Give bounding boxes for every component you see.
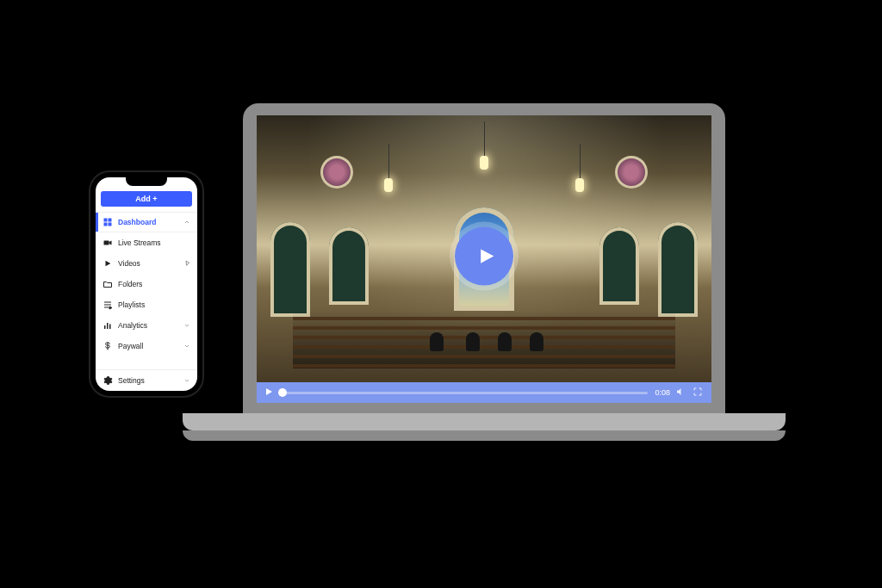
laptop-screen: 0:08 [257,115,711,403]
play-button[interactable] [455,227,513,286]
svg-marker-5 [109,241,112,245]
rose-window-decor [615,156,648,189]
laptop-lid: 0:08 [243,103,725,413]
laptop-base [183,413,786,430]
sidebar-item-dashboard[interactable]: Dashboard [96,212,197,232]
sidebar-item-label: Videos [118,259,140,268]
sidebar-item-settings[interactable]: Settings [96,370,197,391]
arch-window-decor [658,222,698,317]
person-silhouette [466,332,480,351]
phone-device-frame: Add + Dashboard Live Streams [90,172,202,396]
phone-screen: Add + Dashboard Live Streams [96,177,197,391]
gear-icon [102,375,113,386]
sidebar-item-label: Paywall [118,342,143,350]
sidebar-item-playlists[interactable]: Playlists [96,294,197,315]
analytics-icon [102,320,113,331]
sidebar-item-label: Dashboard [118,218,156,226]
player-play-button[interactable] [264,387,274,399]
dollar-icon [102,341,113,351]
playlist-icon [102,300,113,310]
person-silhouette [430,332,444,351]
sidebar-item-videos[interactable]: Videos [96,253,197,274]
svg-rect-1 [109,219,112,222]
video-player-bar: 0:08 [257,382,711,403]
arch-window-decor [329,227,369,305]
lamp-decor [384,178,393,192]
add-button-label: Add + [135,195,157,203]
camera-icon [102,238,113,248]
sidebar-item-analytics[interactable]: Analytics [96,315,197,336]
sidebar-item-label: Analytics [118,321,147,330]
svg-marker-15 [266,388,272,395]
person-silhouette [498,332,512,351]
lamp-decor [575,178,584,192]
chevron-up-icon [183,219,190,226]
svg-rect-11 [104,325,106,329]
svg-rect-3 [109,223,112,226]
folder-icon [102,279,113,289]
laptop-device-frame: 0:08 [243,103,786,430]
sidebar-nav: Dashboard Live Streams Videos [96,212,197,391]
fullscreen-icon[interactable] [693,387,705,399]
play-icon [102,258,113,269]
svg-rect-12 [107,323,109,329]
sidebar-item-label: Settings [118,376,145,385]
sidebar-item-label: Playlists [118,300,145,309]
arch-window-decor [270,222,310,317]
svg-rect-0 [104,219,108,222]
svg-rect-13 [109,325,111,330]
progress-handle[interactable] [278,388,287,397]
sidebar-item-folders[interactable]: Folders [96,274,197,294]
person-silhouette [530,332,543,351]
phone-notch [126,177,167,186]
svg-marker-10 [109,306,112,309]
sidebar-item-live-streams[interactable]: Live Streams [96,232,197,253]
play-icon [474,244,498,269]
sidebar-item-label: Live Streams [118,238,161,247]
svg-marker-6 [106,261,111,267]
cursor-icon [183,260,190,267]
dashboard-icon [102,217,113,227]
svg-rect-4 [104,241,109,245]
add-button[interactable]: Add + [101,191,192,207]
chevron-down-icon [183,322,190,329]
chevron-down-icon [183,343,190,350]
svg-marker-14 [481,249,494,263]
volume-icon[interactable] [675,387,687,399]
sidebar-item-paywall[interactable]: Paywall [96,336,197,356]
sidebar-item-label: Folders [118,280,142,288]
svg-rect-2 [104,223,108,226]
progress-track[interactable] [279,392,648,394]
chevron-down-icon [183,377,190,384]
arch-window-decor [599,227,639,305]
pews-decor [293,311,675,368]
rose-window-decor [320,156,353,189]
player-time: 0:08 [655,388,670,397]
lamp-decor [480,156,488,170]
